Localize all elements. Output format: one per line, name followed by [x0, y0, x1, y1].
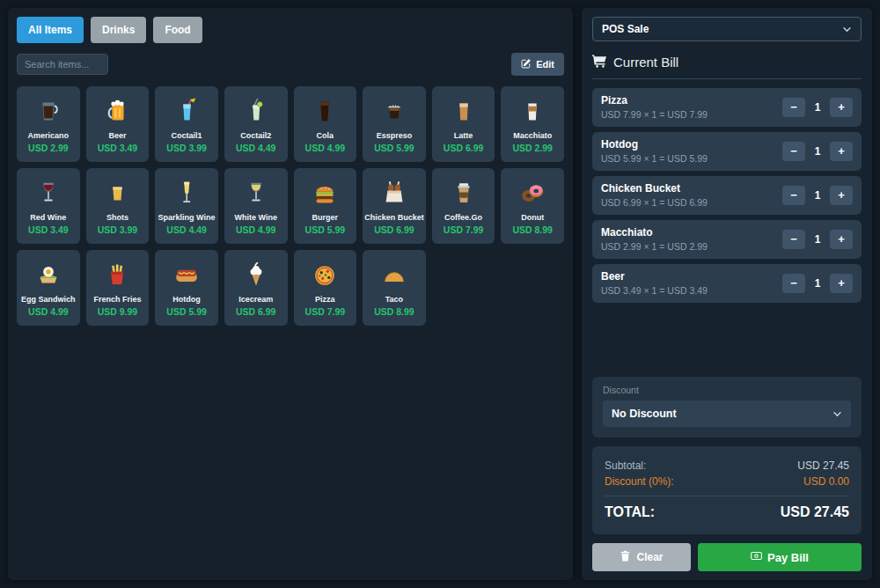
burger-icon: [310, 177, 340, 210]
tab-drinks[interactable]: Drinks: [91, 17, 146, 43]
product-card[interactable]: French Fries USD 9.99: [86, 250, 150, 326]
product-price: USD 9.99: [98, 306, 138, 317]
product-card[interactable]: Americano USD 2.99: [17, 86, 80, 162]
decrease-qty-button[interactable]: −: [782, 98, 805, 117]
discount-select[interactable]: No Discount: [603, 401, 851, 427]
product-card[interactable]: Macchiato USD 2.99: [501, 86, 564, 162]
decrease-qty-button[interactable]: −: [782, 274, 805, 293]
bill-item: Chicken Bucket USD 6.99 × 1 = USD 6.99 −…: [592, 176, 862, 215]
cocktail-lime-icon: [241, 95, 271, 129]
bill-item-detail: USD 7.99 × 1 = USD 7.99: [601, 109, 708, 120]
pay-bill-button[interactable]: Pay Bill: [698, 543, 862, 571]
quantity-stepper: − 1 +: [782, 98, 853, 117]
totals-divider: [605, 496, 849, 496]
product-card[interactable]: Cola USD 4.99: [294, 86, 357, 162]
discount-label: Discount: [603, 385, 851, 395]
product-card[interactable]: Sparkling Wine USD 4.49: [155, 168, 218, 244]
product-name: Beer: [108, 131, 126, 140]
product-name: Shots: [106, 213, 128, 222]
product-price: USD 6.99: [374, 224, 414, 235]
product-name: Icecream: [238, 295, 273, 304]
product-card[interactable]: Coctail2 USD 4.49: [224, 86, 288, 162]
product-name: Macchiato: [513, 131, 552, 140]
decrease-qty-button[interactable]: −: [782, 230, 805, 249]
donut-icon: [517, 177, 547, 210]
red-wine-icon: [33, 177, 63, 210]
product-name: Americano: [28, 131, 70, 140]
product-card[interactable]: Chicken Bucket USD 6.99: [363, 168, 426, 244]
bill-item-name: Pizza: [601, 94, 708, 107]
sale-type-select[interactable]: POS Sale: [592, 17, 862, 41]
increase-qty-button[interactable]: +: [830, 274, 853, 293]
product-price: USD 3.49: [28, 224, 69, 235]
increase-qty-button[interactable]: +: [830, 230, 853, 249]
product-card[interactable]: White Wine USD 4.99: [224, 168, 288, 244]
chicken-bucket-icon: [379, 177, 409, 210]
product-price: USD 4.99: [28, 306, 69, 317]
qty-value: 1: [813, 145, 822, 158]
search-input[interactable]: [17, 54, 108, 75]
bill-item: Beer USD 3.49 × 1 = USD 3.49 − 1 +: [592, 264, 862, 303]
trash-icon: [620, 550, 631, 564]
product-card[interactable]: Icecream USD 6.99: [224, 250, 288, 326]
bill-items-list: Pizza USD 7.99 × 1 = USD 7.99 − 1 + Hotd…: [592, 88, 862, 308]
qty-value: 1: [813, 277, 822, 290]
bill-item-name: Hotdog: [601, 138, 708, 151]
product-card[interactable]: Burger USD 5.99: [294, 168, 357, 244]
discount-card: Discount No Discount: [592, 377, 862, 437]
discount-value: No Discount: [612, 408, 677, 420]
product-card[interactable]: Esspreso USD 5.99: [363, 86, 426, 162]
cola-glass-icon: [310, 95, 340, 129]
product-card[interactable]: Hotdog USD 5.99: [155, 250, 218, 326]
clear-button[interactable]: Clear: [592, 543, 691, 571]
product-price: USD 4.49: [236, 143, 276, 153]
product-price: USD 7.99: [444, 224, 484, 235]
product-card[interactable]: Egg Sandwich USD 4.99: [17, 250, 80, 326]
tab-food[interactable]: Food: [153, 17, 202, 43]
total-value: USD 27.45: [781, 504, 849, 520]
decrease-qty-button[interactable]: −: [782, 142, 805, 161]
product-name: Burger: [312, 213, 339, 222]
product-name: Coctail1: [172, 131, 202, 140]
decrease-qty-button[interactable]: −: [782, 186, 805, 205]
product-name: Coctail2: [240, 131, 271, 140]
product-card[interactable]: Beer USD 3.49: [86, 86, 150, 162]
product-card[interactable]: Latte USD 6.99: [432, 86, 495, 162]
bill-title: Current Bill: [592, 54, 862, 70]
tab-all-items[interactable]: All Items: [17, 17, 84, 43]
product-grid: Americano USD 2.99 Beer USD 3.49 Coctail…: [17, 86, 564, 326]
americano-glass-icon: [33, 95, 63, 129]
edit-button[interactable]: Edit: [511, 53, 564, 76]
product-card[interactable]: Donut USD 8.99: [501, 168, 564, 244]
product-name: Latte: [454, 131, 473, 140]
subtotal-value: USD 27.45: [797, 459, 849, 472]
quantity-stepper: − 1 +: [782, 230, 853, 249]
subtotal-label: Subtotal:: [605, 459, 646, 472]
product-name: Sparkling Wine: [158, 213, 216, 222]
product-price: USD 8.99: [512, 224, 553, 235]
bill-item-detail: USD 5.99 × 1 = USD 5.99: [601, 153, 708, 164]
product-name: Egg Sandwich: [21, 295, 76, 304]
bill-item: Pizza USD 7.99 × 1 = USD 7.99 − 1 +: [592, 88, 862, 127]
increase-qty-button[interactable]: +: [830, 186, 853, 205]
product-card[interactable]: Coffee.Go USD 7.99: [432, 168, 495, 244]
total-label: TOTAL:: [605, 504, 655, 520]
product-card[interactable]: Coctail1 USD 3.99: [155, 86, 218, 162]
product-card[interactable]: Red Wine USD 3.49: [17, 168, 80, 244]
product-card[interactable]: Pizza USD 7.99: [294, 250, 357, 326]
macchiato-icon: [517, 95, 547, 129]
total-row: TOTAL: USD 27.45: [605, 504, 849, 520]
product-card[interactable]: Taco USD 8.99: [363, 250, 426, 326]
product-price: USD 4.49: [166, 224, 207, 235]
product-name: Red Wine: [30, 213, 66, 222]
product-name: Pizza: [315, 295, 335, 304]
taco-icon: [379, 259, 409, 292]
chevron-down-icon: [832, 409, 842, 419]
product-card[interactable]: Shots USD 3.99: [86, 168, 150, 244]
qty-value: 1: [813, 101, 822, 114]
coffee-togo-icon: [449, 177, 479, 210]
increase-qty-button[interactable]: +: [830, 142, 853, 161]
sale-type-value: POS Sale: [602, 23, 649, 35]
increase-qty-button[interactable]: +: [830, 98, 853, 117]
product-price: USD 2.99: [28, 143, 69, 153]
